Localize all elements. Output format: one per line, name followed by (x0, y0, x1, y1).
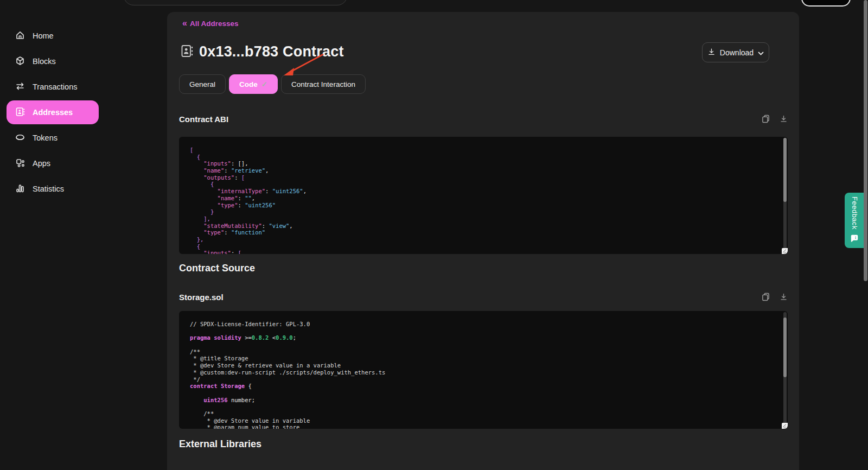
download-icon[interactable] (780, 293, 788, 301)
source-code: // SPDX-License-Identifier: GPL-3.0 prag… (179, 311, 788, 429)
title-row: 0x13...b783 Contract (180, 43, 344, 60)
sidebar-item-label: Statistics (33, 185, 64, 193)
tab-label: General (189, 80, 215, 88)
tab-contract-interaction[interactable]: Contract Interaction (281, 74, 366, 94)
tab-general[interactable]: General (179, 74, 226, 94)
copy-icon[interactable] (762, 293, 770, 301)
breadcrumb-all-addresses[interactable]: « All Addresses (182, 18, 238, 28)
search-input[interactable] (124, 0, 347, 5)
external-libraries-heading: External Libraries (179, 439, 261, 450)
tab-label: Contract Interaction (291, 80, 355, 88)
sidebar: Home Blocks Transactions Addresses Token… (0, 24, 167, 202)
contact-card-icon (15, 106, 25, 119)
sidebar-item-label: Blocks (33, 57, 56, 66)
download-button[interactable]: Download (702, 42, 769, 62)
transfer-arrows-icon (15, 81, 25, 93)
page-scrollbar (864, 0, 867, 470)
home-icon (15, 30, 25, 42)
copy-icon[interactable] (762, 115, 770, 123)
topbar-pill-button[interactable] (801, 0, 851, 7)
source-code-block[interactable]: // SPDX-License-Identifier: GPL-3.0 prag… (179, 311, 788, 429)
chevron-down-icon (758, 48, 764, 57)
sidebar-item-addresses[interactable]: Addresses (7, 100, 99, 124)
cube-icon (15, 55, 25, 68)
download-icon (707, 48, 716, 58)
tab-code[interactable]: Code ✓ (229, 74, 278, 94)
contact-card-icon (180, 44, 194, 60)
double-chevron-left-icon: « (182, 18, 186, 28)
checkmark-icon: ✓ (261, 80, 267, 88)
resize-grip-icon[interactable] (782, 423, 788, 429)
sidebar-item-label: Addresses (33, 108, 73, 117)
download-button-label: Download (720, 48, 754, 57)
sidebar-item-blocks[interactable]: Blocks (7, 49, 99, 73)
coin-icon (15, 132, 25, 144)
download-icon[interactable] (780, 115, 788, 123)
code-scrollbar-track (783, 138, 787, 253)
contract-source-heading: Contract Source (179, 263, 255, 274)
contract-abi-heading: Contract ABI (179, 115, 228, 124)
main-panel: « All Addresses 0x13...b783 Contract Dow… (167, 12, 799, 470)
code-scrollbar-thumb[interactable] (783, 317, 787, 377)
sidebar-item-label: Transactions (33, 82, 77, 91)
sidebar-item-label: Home (33, 31, 54, 40)
sidebar-item-home[interactable]: Home (7, 24, 99, 48)
feedback-button[interactable]: Feedback (845, 193, 864, 248)
chat-bubble-icon (850, 234, 859, 244)
bar-chart-icon (15, 183, 25, 195)
resize-grip-icon[interactable] (782, 248, 788, 254)
tab-label: Code (239, 80, 258, 88)
sidebar-item-transactions[interactable]: Transactions (7, 75, 99, 99)
contract-abi-code: [ { "inputs": [], "name": "retrieve", "o… (179, 137, 788, 254)
sidebar-item-tokens[interactable]: Tokens (7, 126, 99, 150)
sidebar-item-label: Tokens (33, 134, 58, 142)
sidebar-item-label: Apps (33, 159, 50, 168)
apps-grid-icon (15, 157, 25, 170)
breadcrumb-label: All Addresses (190, 20, 239, 28)
contract-abi-code-block[interactable]: [ { "inputs": [], "name": "retrieve", "o… (179, 137, 788, 254)
feedback-label: Feedback (851, 196, 859, 230)
sidebar-item-statistics[interactable]: Statistics (7, 177, 99, 201)
code-scrollbar-track (783, 312, 787, 428)
page-scrollbar-thumb[interactable] (864, 0, 867, 281)
sidebar-item-apps[interactable]: Apps (7, 151, 99, 175)
source-file-name: Storage.sol (179, 293, 224, 302)
tab-bar: General Code ✓ Contract Interaction (179, 74, 366, 94)
code-scrollbar-thumb[interactable] (783, 138, 787, 202)
source-file-header: Storage.sol (179, 292, 788, 302)
contract-abi-header: Contract ABI (179, 114, 788, 124)
page-title: 0x13...b783 Contract (199, 43, 344, 60)
